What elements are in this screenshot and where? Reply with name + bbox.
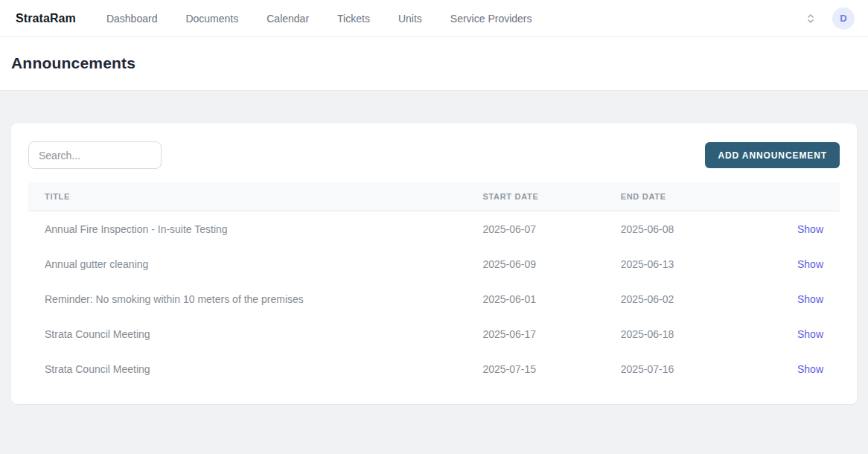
column-header-actions — [759, 182, 840, 211]
chevron-up-down-icon[interactable] — [805, 13, 816, 25]
table-header-row: TITLE START DATE END DATE — [28, 182, 840, 211]
announcement-end-date: 2025-06-18 — [621, 316, 759, 351]
top-navbar: StrataRam Dashboard Documents Calendar T… — [0, 0, 868, 37]
announcement-start-date: 2025-06-07 — [482, 211, 620, 247]
show-link[interactable]: Show — [797, 328, 823, 340]
add-announcement-button[interactable]: ADD ANNOUNCEMENT — [705, 142, 840, 168]
table-row: Strata Council Meeting 2025-06-17 2025-0… — [28, 316, 840, 351]
announcement-end-date: 2025-06-08 — [621, 211, 759, 247]
announcement-start-date: 2025-06-01 — [482, 281, 620, 316]
show-link[interactable]: Show — [797, 363, 823, 375]
nav-item-dashboard[interactable]: Dashboard — [106, 13, 158, 25]
announcements-card: ADD ANNOUNCEMENT TITLE START DATE END DA… — [11, 124, 857, 404]
announcement-title: Reminder: No smoking within 10 meters of… — [28, 281, 482, 316]
nav-item-units[interactable]: Units — [398, 13, 422, 25]
announcements-table: TITLE START DATE END DATE Annual Fire In… — [28, 182, 840, 386]
announcement-start-date: 2025-06-09 — [482, 246, 620, 281]
show-link[interactable]: Show — [797, 223, 823, 235]
announcement-start-date: 2025-07-15 — [482, 351, 620, 386]
nav-item-calendar[interactable]: Calendar — [267, 13, 309, 25]
show-link[interactable]: Show — [797, 293, 823, 305]
announcement-end-date: 2025-06-02 — [621, 281, 759, 316]
column-header-end-date: END DATE — [621, 182, 759, 211]
nav-item-service-providers[interactable]: Service Providers — [450, 13, 532, 25]
card-toolbar: ADD ANNOUNCEMENT — [28, 141, 840, 169]
nav-item-documents[interactable]: Documents — [185, 13, 238, 25]
nav-item-tickets[interactable]: Tickets — [337, 13, 370, 25]
navbar-right: D — [805, 7, 855, 30]
table-row: Annual gutter cleaning 2025-06-09 2025-0… — [28, 246, 840, 281]
announcement-title: Annual gutter cleaning — [28, 246, 482, 281]
search-input[interactable] — [28, 141, 162, 169]
page-title: Announcements — [11, 54, 857, 72]
announcement-title: Strata Council Meeting — [28, 316, 482, 351]
table-row: Strata Council Meeting 2025-07-15 2025-0… — [28, 351, 840, 386]
column-header-title: TITLE — [28, 182, 482, 211]
show-link[interactable]: Show — [797, 258, 823, 270]
announcement-start-date: 2025-06-17 — [482, 316, 620, 351]
main-nav: Dashboard Documents Calendar Tickets Uni… — [106, 13, 532, 25]
page-header: Announcements — [0, 37, 868, 91]
column-header-start-date: START DATE — [482, 182, 620, 211]
brand-logo[interactable]: StrataRam — [16, 12, 76, 25]
main-content: ADD ANNOUNCEMENT TITLE START DATE END DA… — [0, 124, 868, 404]
announcement-title: Strata Council Meeting — [28, 351, 482, 386]
announcement-end-date: 2025-06-13 — [621, 246, 759, 281]
user-avatar[interactable]: D — [832, 7, 855, 30]
announcement-title: Annual Fire Inspection - In-suite Testin… — [28, 211, 482, 247]
announcement-end-date: 2025-07-16 — [621, 351, 759, 386]
table-row: Reminder: No smoking within 10 meters of… — [28, 281, 840, 316]
table-row: Annual Fire Inspection - In-suite Testin… — [28, 211, 840, 247]
